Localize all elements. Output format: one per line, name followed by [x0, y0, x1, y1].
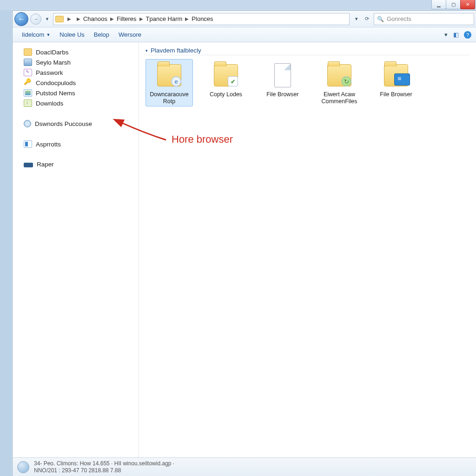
file-item[interactable]: e Downcaraouve Rotp — [145, 59, 193, 106]
crumb-item[interactable]: Tpance Harm — [146, 15, 183, 22]
desktop-icon — [24, 59, 32, 66]
chevron-right-icon: ▶ — [107, 16, 117, 21]
close-button[interactable]: ✕ — [460, 0, 475, 9]
section-header[interactable]: Plavdem ftalblecly — [145, 47, 469, 55]
crumb-item[interactable]: Filteres — [117, 15, 137, 22]
file-item[interactable]: File Browser — [372, 59, 420, 106]
check-overlay-icon: ✔ — [228, 76, 238, 86]
item-grid: e Downcaraouve Rotp ✔ Copty Lodes File B… — [145, 59, 469, 106]
ie-overlay-icon: e — [171, 76, 181, 86]
file-item[interactable]: ↻ Eiwert Acaw CommenFiles — [316, 59, 363, 106]
sidebar-item[interactable]: DoaclDarbs — [23, 47, 135, 57]
downloads-icon — [24, 99, 32, 107]
screen-overlay-icon — [394, 73, 410, 86]
chevron-right-icon: ▶ — [65, 16, 74, 21]
chevron-right-icon: ▶ — [137, 16, 146, 21]
file-label: Downcaraouve Rotp — [147, 91, 192, 105]
globe-icon — [24, 120, 31, 127]
file-label: Copty Lodes — [204, 91, 248, 98]
search-placeholder: Gonrects — [387, 15, 411, 22]
sidebar-item[interactable]: Passwork — [23, 67, 135, 78]
forward-button[interactable]: → — [30, 13, 41, 25]
minimize-button[interactable]: ▁ — [431, 0, 446, 9]
file-label: File Browser — [260, 91, 305, 98]
annotation-text: Hore browser — [172, 133, 233, 145]
chevron-right-icon: ▶ — [74, 16, 83, 21]
preview-pane-button[interactable]: ◧ — [451, 31, 461, 38]
file-item[interactable]: File Browser — [259, 59, 306, 106]
sidebar-item[interactable]: Condocpulods — [23, 78, 135, 88]
nav-history-dropdown[interactable]: ▼ — [43, 17, 51, 21]
cmd-item-organize[interactable]: Iidelcom▼ — [17, 29, 55, 40]
status-icon — [17, 461, 29, 473]
command-bar: Iidelcom▼ Nolee Us Belop Wersore ▾ ◧ ? — [13, 27, 476, 42]
explorer-window: ← → ▼ ▶ ▶ Chanoos ▶ Filteres ▶ Tpance Ha… — [12, 10, 476, 476]
status-bar: 34- Peo. Climons: How 14.655 · HII winou… — [13, 457, 476, 476]
back-button[interactable]: ← — [14, 12, 28, 26]
maximize-button[interactable]: ▢ — [446, 0, 461, 9]
status-line-1: 34- Peo. Climons: How 14.655 · HII winou… — [34, 460, 174, 467]
content-pane[interactable]: Plavdem ftalblecly e Downcaraouve Rotp ✔… — [139, 42, 476, 457]
search-icon: 🔍 — [377, 16, 384, 22]
cmd-item[interactable]: Nolee Us — [55, 29, 89, 40]
help-button[interactable]: ? — [464, 31, 471, 39]
document-icon — [24, 69, 32, 76]
chevron-down-icon: ▼ — [46, 33, 50, 37]
file-label: File Browser — [374, 91, 418, 98]
crumb-item[interactable]: Plonces — [192, 15, 213, 22]
address-dropdown[interactable]: ▾ — [351, 16, 362, 22]
navigation-pane: DoaclDarbs Seylo Marsh Passwork Condocpu… — [13, 42, 139, 457]
sidebar-item[interactable]: Seylo Marsh — [23, 57, 135, 67]
crumb-item[interactable]: Chanoos — [83, 15, 107, 22]
refresh-button[interactable]: ⟳ — [362, 16, 372, 22]
title-bar: ▁ ▢ ✕ — [0, 0, 476, 10]
file-label: Eiwert Acaw CommenFiles — [317, 91, 362, 105]
sync-overlay-icon: ↻ — [341, 76, 351, 86]
cmd-item[interactable]: Belop — [89, 29, 114, 40]
address-bar: ← → ▼ ▶ ▶ Chanoos ▶ Filteres ▶ Tpance Ha… — [13, 11, 476, 27]
status-line-2: NNO/201 : 293-47 70 2818.88 7.88 — [34, 467, 174, 474]
page-icon — [24, 140, 32, 148]
sidebar-item[interactable]: Raper — [23, 159, 135, 169]
folder-icon — [55, 16, 64, 22]
pictures-icon — [24, 89, 32, 97]
drive-icon — [24, 163, 33, 167]
annotation-arrow — [118, 119, 169, 143]
sidebar-item[interactable]: Putstod Nems — [23, 88, 135, 98]
key-icon — [24, 79, 32, 86]
file-item[interactable]: ✔ Copty Lodes — [202, 59, 250, 106]
document-icon — [274, 63, 291, 87]
search-input[interactable]: 🔍 Gonrects — [374, 13, 474, 25]
cmd-item[interactable]: Wersore — [114, 29, 146, 40]
sidebar-item[interactable]: Downlods — [23, 98, 135, 108]
breadcrumb[interactable]: ▶ ▶ Chanoos ▶ Filteres ▶ Tpance Harm ▶ P… — [53, 13, 350, 25]
view-dropdown[interactable]: ▾ — [441, 31, 451, 38]
folder-icon — [24, 48, 32, 56]
chevron-right-icon: ▶ — [182, 16, 192, 21]
